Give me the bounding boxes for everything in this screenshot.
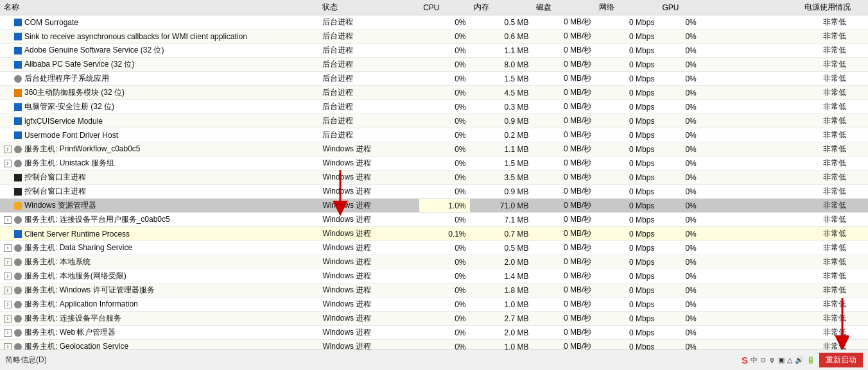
table-row[interactable]: ›服务主机: 本地系统Windows 进程0%2.0 MB0 MB/秒0 Mbp… bbox=[0, 255, 868, 269]
process-mem: 1.5 MB bbox=[470, 156, 533, 171]
process-cpu: 0.1% bbox=[419, 227, 469, 241]
col-header-name[interactable]: 名称 bbox=[0, 0, 318, 15]
process-disk: 0 MB/秒 bbox=[532, 58, 595, 72]
process-icon bbox=[14, 174, 22, 181]
process-gpu: 0% bbox=[658, 142, 700, 156]
process-net: 0 Mbps bbox=[595, 15, 658, 29]
expand-arrow[interactable]: › bbox=[4, 216, 12, 224]
col-header-disk[interactable]: 磁盘 bbox=[532, 0, 595, 15]
table-row[interactable]: ›服务主机: PrintWorkflow_c0ab0c5Windows 进程0%… bbox=[0, 142, 868, 156]
tray-icon-s: S bbox=[742, 355, 748, 366]
process-name-cell: COM Surrogate bbox=[0, 15, 318, 29]
process-cpu: 0% bbox=[419, 298, 469, 312]
process-net: 0 Mbps bbox=[595, 142, 658, 156]
statusbar-label[interactable]: 简略信息(D) bbox=[5, 355, 47, 366]
expand-arrow[interactable]: › bbox=[4, 258, 12, 266]
expand-arrow[interactable]: › bbox=[4, 301, 12, 308]
process-icon bbox=[14, 258, 22, 266]
process-name-cell: Usermode Font Driver Host bbox=[0, 128, 318, 142]
table-row[interactable]: ›服务主机: Geolocation ServiceWindows 进程0%1.… bbox=[0, 340, 868, 350]
table-row[interactable]: ›服务主机: 连接设备平台服务Windows 进程0%2.7 MB0 MB/秒0… bbox=[0, 312, 868, 326]
expand-arrow[interactable]: › bbox=[4, 329, 12, 337]
table-row[interactable]: Alibaba PC Safe Service (32 位)后台进程0%8.0 … bbox=[0, 58, 868, 72]
process-disk: 0 MB/秒 bbox=[532, 340, 595, 350]
table-row[interactable]: Sink to receive asynchronous callbacks f… bbox=[0, 29, 868, 44]
process-icon bbox=[14, 89, 22, 97]
expand-arrow[interactable]: › bbox=[4, 244, 12, 252]
process-power: 非常低 bbox=[801, 199, 868, 213]
process-icon bbox=[14, 230, 22, 238]
process-extra bbox=[700, 213, 801, 227]
col-header-empty bbox=[700, 0, 801, 15]
table-row[interactable]: ›服务主机: 连接设备平台用户服务_c0ab0c5Windows 进程0%7.1… bbox=[0, 213, 868, 227]
process-disk: 0 MB/秒 bbox=[532, 269, 595, 283]
process-name-text: 服务主机: 本地系统 bbox=[24, 257, 91, 266]
table-row[interactable]: COM Surrogate后台进程0%0.5 MB0 MB/秒0 Mbps0%非… bbox=[0, 15, 868, 29]
table-row[interactable]: Windows 资源管理器Windows 进程1.0%71.0 MB0 MB/秒… bbox=[0, 199, 868, 213]
table-row[interactable]: Usermode Font Driver Host后台进程0%0.2 MB0 M… bbox=[0, 128, 868, 142]
process-icon bbox=[14, 202, 22, 210]
process-disk: 0 MB/秒 bbox=[532, 86, 595, 100]
process-name-text: Windows 资源管理器 bbox=[24, 201, 96, 210]
table-row[interactable]: 控制台窗口主进程Windows 进程0%0.9 MB0 MB/秒0 Mbps0%… bbox=[0, 185, 868, 199]
table-row[interactable]: Client Server Runtime ProcessWindows 进程0… bbox=[0, 227, 868, 241]
expand-arrow[interactable]: › bbox=[4, 287, 12, 294]
process-net: 0 Mbps bbox=[595, 44, 658, 58]
process-icon bbox=[14, 131, 22, 139]
process-extra bbox=[700, 100, 801, 114]
process-name-cell: 360主动防御服务模块 (32 位) bbox=[0, 86, 318, 100]
process-mem: 1.1 MB bbox=[470, 142, 533, 156]
process-power: 非常低 bbox=[801, 185, 868, 199]
process-disk: 0 MB/秒 bbox=[532, 29, 595, 44]
expand-arrow[interactable]: › bbox=[4, 160, 12, 167]
process-disk: 0 MB/秒 bbox=[532, 128, 595, 142]
table-row[interactable]: 控制台窗口主进程Windows 进程0%3.5 MB0 MB/秒0 Mbps0%… bbox=[0, 171, 868, 185]
table-row[interactable]: ›服务主机: Windows 许可证管理器服务Windows 进程0%1.8 M… bbox=[0, 283, 868, 298]
expand-arrow[interactable]: › bbox=[4, 315, 12, 323]
process-disk: 0 MB/秒 bbox=[532, 298, 595, 312]
table-row[interactable]: ›服务主机: Web 帐户管理器Windows 进程0%2.0 MB0 MB/秒… bbox=[0, 326, 868, 340]
expand-arrow[interactable]: › bbox=[4, 273, 12, 280]
table-row[interactable]: 电脑管家-安全注册 (32 位)后台进程0%0.3 MB0 MB/秒0 Mbps… bbox=[0, 100, 868, 114]
tray-icon-battery: 🔋 bbox=[806, 356, 815, 364]
process-name-cell: ›服务主机: Windows 许可证管理器服务 bbox=[0, 283, 318, 298]
col-header-gpu[interactable]: GPU bbox=[658, 0, 700, 15]
table-row[interactable]: ›服务主机: Unistack 服务组Windows 进程0%1.5 MB0 M… bbox=[0, 156, 868, 171]
process-power: 非常低 bbox=[801, 298, 868, 312]
process-cpu: 0% bbox=[419, 312, 469, 326]
process-mem: 0.5 MB bbox=[470, 241, 533, 255]
process-mem: 0.9 MB bbox=[470, 114, 533, 128]
process-name-cell: 电脑管家-安全注册 (32 位) bbox=[0, 100, 318, 114]
process-gpu: 0% bbox=[658, 298, 700, 312]
process-net: 0 Mbps bbox=[595, 72, 658, 86]
process-gpu: 0% bbox=[658, 312, 700, 326]
table-row[interactable]: 360主动防御服务模块 (32 位)后台进程0%4.5 MB0 MB/秒0 Mb… bbox=[0, 86, 868, 100]
process-power: 非常低 bbox=[801, 142, 868, 156]
process-name-cell: 控制台窗口主进程 bbox=[0, 185, 318, 199]
process-icon bbox=[14, 61, 22, 69]
process-mem: 0.3 MB bbox=[470, 100, 533, 114]
col-header-cpu[interactable]: CPU bbox=[419, 0, 469, 15]
process-disk: 0 MB/秒 bbox=[532, 156, 595, 171]
expand-arrow[interactable]: › bbox=[4, 146, 12, 153]
col-header-type[interactable]: 状态 bbox=[318, 0, 419, 15]
process-disk: 0 MB/秒 bbox=[532, 114, 595, 128]
process-net: 0 Mbps bbox=[595, 312, 658, 326]
expand-arrow[interactable]: › bbox=[4, 343, 12, 349]
table-row[interactable]: ›服务主机: Data Sharing ServiceWindows 进程0%0… bbox=[0, 241, 868, 255]
col-header-power[interactable]: 电源使用情况 bbox=[801, 0, 868, 15]
table-row[interactable]: ›服务主机: Application InformationWindows 进程… bbox=[0, 298, 868, 312]
table-row[interactable]: ›服务主机: 本地服务(网络受限)Windows 进程0%1.4 MB0 MB/… bbox=[0, 269, 868, 283]
col-header-mem[interactable]: 内存 bbox=[470, 0, 533, 15]
table-row[interactable]: Adobe Genuine Software Service (32 位)后台进… bbox=[0, 44, 868, 58]
process-extra bbox=[700, 241, 801, 255]
process-name-text: 服务主机: Windows 许可证管理器服务 bbox=[24, 285, 155, 294]
process-cpu: 0% bbox=[419, 100, 469, 114]
process-power: 非常低 bbox=[801, 283, 868, 298]
table-row[interactable]: igfxCUIService Module后台进程0%0.9 MB0 MB/秒0… bbox=[0, 114, 868, 128]
table-row[interactable]: 后台处理程序子系统应用后台进程0%1.5 MB0 MB/秒0 Mbps0%非常低 bbox=[0, 72, 868, 86]
process-net: 0 Mbps bbox=[595, 255, 658, 269]
process-power: 非常低 bbox=[801, 171, 868, 185]
col-header-net[interactable]: 网络 bbox=[595, 0, 658, 15]
restart-button[interactable]: 重新启动 bbox=[819, 353, 863, 367]
